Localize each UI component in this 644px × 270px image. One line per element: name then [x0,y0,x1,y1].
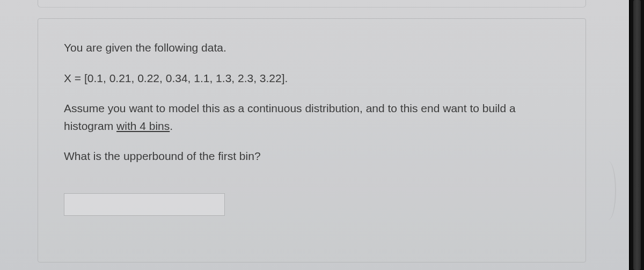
answer-input[interactable] [64,193,225,216]
question-data-line: X = [0.1, 0.21, 0.22, 0.34, 1.1, 1.3, 2.… [64,70,560,87]
question-prompt: What is the upperbound of the first bin? [64,148,560,165]
screen-surface: You are given the following data. X = [0… [0,0,629,270]
question-intro: You are given the following data. [64,39,560,57]
question-card: You are given the following data. X = [0… [38,18,586,262]
monitor-bezel-right [629,0,644,270]
previous-card-bottom-edge [38,0,586,8]
question-assumption: Assume you want to model this as a conti… [64,100,560,135]
assumption-post: . [170,120,173,132]
assumption-underlined: with 4 bins [116,120,170,132]
screen-reflection [591,161,616,220]
